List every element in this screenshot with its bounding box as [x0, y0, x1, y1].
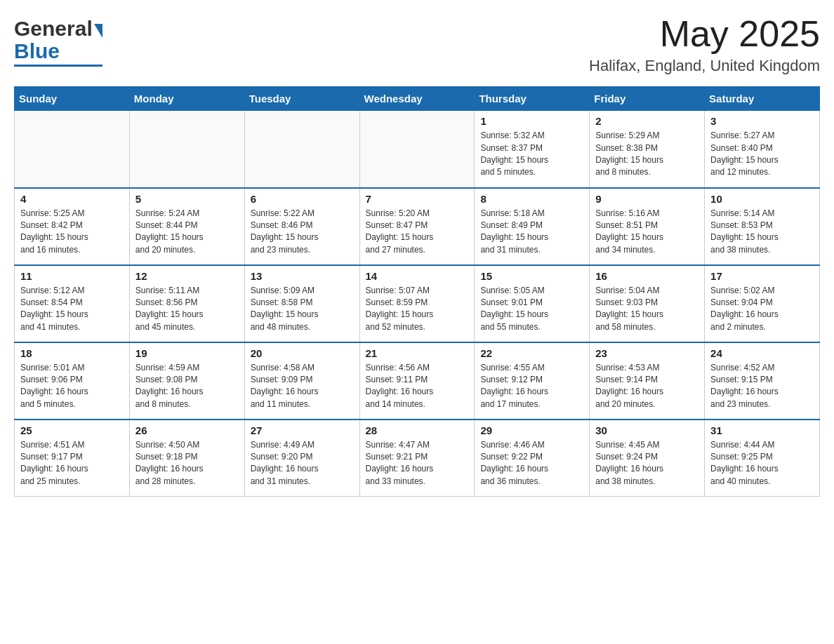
day-info: Sunrise: 5:24 AMSunset: 8:44 PMDaylight:…: [135, 208, 239, 257]
day-info: Sunrise: 4:53 AMSunset: 9:14 PMDaylight:…: [595, 362, 699, 411]
day-number: 16: [595, 270, 699, 282]
day-info: Sunrise: 4:44 AMSunset: 9:25 PMDaylight:…: [710, 439, 814, 488]
day-of-week-header: Saturday: [705, 87, 820, 111]
day-info: Sunrise: 4:50 AMSunset: 9:18 PMDaylight:…: [135, 439, 239, 488]
calendar-header-row: SundayMondayTuesdayWednesdayThursdayFrid…: [15, 87, 820, 111]
title-section: May 2025 Halifax, England, United Kingdo…: [589, 14, 820, 75]
day-info: Sunrise: 5:09 AMSunset: 8:58 PMDaylight:…: [251, 285, 354, 334]
day-of-week-header: Wednesday: [359, 87, 475, 111]
calendar-day-cell: 26Sunrise: 4:50 AMSunset: 9:18 PMDayligh…: [129, 420, 244, 497]
day-of-week-header: Friday: [590, 87, 705, 111]
calendar-day-cell: 24Sunrise: 4:52 AMSunset: 9:15 PMDayligh…: [705, 342, 820, 420]
day-info: Sunrise: 4:47 AMSunset: 9:21 PMDaylight:…: [366, 439, 469, 488]
calendar-day-cell: 5Sunrise: 5:24 AMSunset: 8:44 PMDaylight…: [129, 188, 244, 265]
day-number: 25: [20, 424, 124, 436]
calendar-day-cell: 12Sunrise: 5:11 AMSunset: 8:56 PMDayligh…: [129, 265, 244, 342]
day-number: 21: [366, 347, 469, 359]
day-number: 6: [251, 193, 354, 205]
calendar-day-cell: 28Sunrise: 4:47 AMSunset: 9:21 PMDayligh…: [359, 420, 475, 497]
day-info: Sunrise: 5:22 AMSunset: 8:46 PMDaylight:…: [251, 208, 354, 257]
day-number: 18: [20, 347, 124, 359]
day-number: 14: [366, 270, 469, 282]
logo-triangle-icon: [94, 24, 102, 38]
day-of-week-header: Thursday: [475, 87, 590, 111]
calendar-day-cell: 23Sunrise: 4:53 AMSunset: 9:14 PMDayligh…: [590, 342, 705, 420]
day-info: Sunrise: 4:45 AMSunset: 9:24 PMDaylight:…: [595, 439, 699, 488]
day-number: 7: [366, 193, 469, 205]
day-number: 3: [710, 115, 814, 127]
calendar-day-cell: 8Sunrise: 5:18 AMSunset: 8:49 PMDaylight…: [475, 188, 590, 265]
day-info: Sunrise: 5:12 AMSunset: 8:54 PMDaylight:…: [20, 285, 124, 334]
day-number: 28: [366, 424, 469, 436]
day-number: 31: [710, 424, 814, 436]
day-number: 9: [595, 193, 699, 205]
page-header: General Blue May 2025 Halifax, England, …: [14, 14, 820, 75]
calendar-day-cell: 25Sunrise: 4:51 AMSunset: 9:17 PMDayligh…: [15, 420, 130, 497]
calendar-day-cell: 3Sunrise: 5:27 AMSunset: 8:40 PMDaylight…: [705, 111, 820, 188]
calendar-day-cell: 6Sunrise: 5:22 AMSunset: 8:46 PMDaylight…: [244, 188, 359, 265]
day-info: Sunrise: 4:58 AMSunset: 9:09 PMDaylight:…: [251, 362, 354, 411]
day-info: Sunrise: 5:18 AMSunset: 8:49 PMDaylight:…: [480, 208, 583, 257]
logo-general: General: [14, 17, 93, 41]
calendar-week-row: 1Sunrise: 5:32 AMSunset: 8:37 PMDaylight…: [15, 111, 820, 188]
calendar-day-cell: 15Sunrise: 5:05 AMSunset: 9:01 PMDayligh…: [475, 265, 590, 342]
calendar-day-cell: 18Sunrise: 5:01 AMSunset: 9:06 PMDayligh…: [15, 342, 130, 420]
day-number: 8: [480, 193, 583, 205]
day-info: Sunrise: 5:29 AMSunset: 8:38 PMDaylight:…: [595, 130, 699, 179]
day-info: Sunrise: 5:25 AMSunset: 8:42 PMDaylight:…: [20, 208, 124, 257]
calendar-day-cell: 13Sunrise: 5:09 AMSunset: 8:58 PMDayligh…: [244, 265, 359, 342]
day-number: 23: [595, 347, 699, 359]
day-number: 1: [480, 115, 583, 127]
calendar-day-cell: 30Sunrise: 4:45 AMSunset: 9:24 PMDayligh…: [590, 420, 705, 497]
logo: General Blue: [14, 14, 102, 67]
day-info: Sunrise: 4:46 AMSunset: 9:22 PMDaylight:…: [480, 439, 583, 488]
calendar-day-cell: 1Sunrise: 5:32 AMSunset: 8:37 PMDaylight…: [475, 111, 590, 188]
day-info: Sunrise: 5:20 AMSunset: 8:47 PMDaylight:…: [366, 208, 469, 257]
calendar-day-cell: 10Sunrise: 5:14 AMSunset: 8:53 PMDayligh…: [705, 188, 820, 265]
day-info: Sunrise: 4:55 AMSunset: 9:12 PMDaylight:…: [480, 362, 583, 411]
day-number: 19: [135, 347, 239, 359]
main-title: May 2025: [589, 14, 820, 54]
calendar-week-row: 25Sunrise: 4:51 AMSunset: 9:17 PMDayligh…: [15, 420, 820, 497]
day-number: 11: [20, 270, 124, 282]
day-number: 24: [710, 347, 814, 359]
day-of-week-header: Sunday: [15, 87, 130, 111]
calendar-day-cell: 19Sunrise: 4:59 AMSunset: 9:08 PMDayligh…: [129, 342, 244, 420]
calendar-day-cell: 4Sunrise: 5:25 AMSunset: 8:42 PMDaylight…: [15, 188, 130, 265]
day-info: Sunrise: 5:14 AMSunset: 8:53 PMDaylight:…: [710, 208, 814, 257]
calendar-day-cell: 29Sunrise: 4:46 AMSunset: 9:22 PMDayligh…: [475, 420, 590, 497]
day-info: Sunrise: 5:11 AMSunset: 8:56 PMDaylight:…: [135, 285, 239, 334]
calendar-day-cell: 14Sunrise: 5:07 AMSunset: 8:59 PMDayligh…: [359, 265, 475, 342]
day-info: Sunrise: 5:04 AMSunset: 9:03 PMDaylight:…: [595, 285, 699, 334]
logo-underline: [14, 65, 102, 67]
calendar-day-cell: 21Sunrise: 4:56 AMSunset: 9:11 PMDayligh…: [359, 342, 475, 420]
calendar-day-cell: 11Sunrise: 5:12 AMSunset: 8:54 PMDayligh…: [15, 265, 130, 342]
calendar-day-cell: 9Sunrise: 5:16 AMSunset: 8:51 PMDaylight…: [590, 188, 705, 265]
day-info: Sunrise: 4:51 AMSunset: 9:17 PMDaylight:…: [20, 439, 124, 488]
day-info: Sunrise: 5:05 AMSunset: 9:01 PMDaylight:…: [480, 285, 583, 334]
day-number: 13: [251, 270, 354, 282]
day-number: 26: [135, 424, 239, 436]
day-of-week-header: Tuesday: [244, 87, 359, 111]
day-info: Sunrise: 5:27 AMSunset: 8:40 PMDaylight:…: [710, 130, 814, 179]
calendar-day-cell: 22Sunrise: 4:55 AMSunset: 9:12 PMDayligh…: [475, 342, 590, 420]
day-info: Sunrise: 5:07 AMSunset: 8:59 PMDaylight:…: [366, 285, 469, 334]
day-number: 4: [20, 193, 124, 205]
day-of-week-header: Monday: [129, 87, 244, 111]
day-number: 29: [480, 424, 583, 436]
day-info: Sunrise: 5:16 AMSunset: 8:51 PMDaylight:…: [595, 208, 699, 257]
calendar-day-cell: 31Sunrise: 4:44 AMSunset: 9:25 PMDayligh…: [705, 420, 820, 497]
day-info: Sunrise: 5:02 AMSunset: 9:04 PMDaylight:…: [710, 285, 814, 334]
calendar-day-cell: 20Sunrise: 4:58 AMSunset: 9:09 PMDayligh…: [244, 342, 359, 420]
day-info: Sunrise: 4:59 AMSunset: 9:08 PMDaylight:…: [135, 362, 239, 411]
calendar-day-cell: [129, 111, 244, 188]
day-number: 17: [710, 270, 814, 282]
subtitle: Halifax, England, United Kingdom: [589, 57, 820, 75]
day-info: Sunrise: 4:56 AMSunset: 9:11 PMDaylight:…: [366, 362, 469, 411]
day-number: 20: [251, 347, 354, 359]
day-info: Sunrise: 5:32 AMSunset: 8:37 PMDaylight:…: [480, 130, 583, 179]
day-number: 22: [480, 347, 583, 359]
calendar-week-row: 4Sunrise: 5:25 AMSunset: 8:42 PMDaylight…: [15, 188, 820, 265]
calendar-week-row: 18Sunrise: 5:01 AMSunset: 9:06 PMDayligh…: [15, 342, 820, 420]
logo-blue: Blue: [14, 39, 60, 63]
